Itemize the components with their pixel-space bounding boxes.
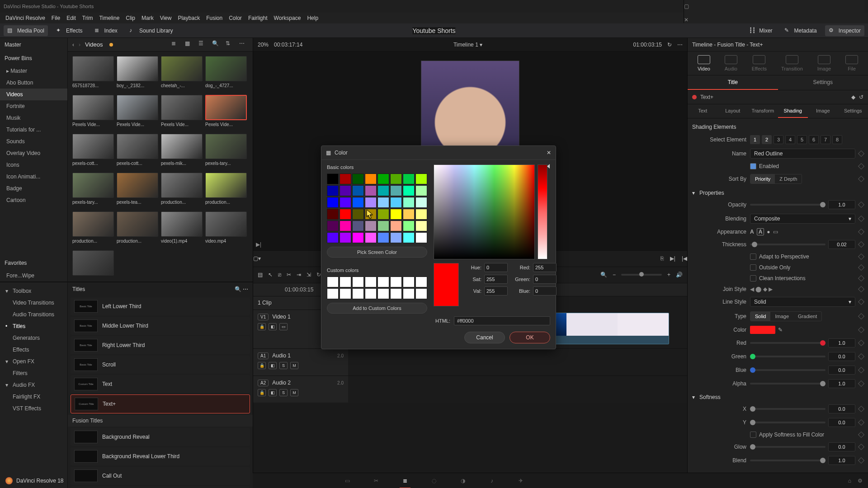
media-clip[interactable]: video(1).mp4 bbox=[161, 211, 203, 248]
prev-edit-icon[interactable]: |◀ bbox=[682, 255, 687, 262]
track-selector-a2[interactable]: A2 bbox=[258, 380, 269, 386]
custom-color-swatch[interactable] bbox=[340, 277, 351, 287]
blue-slider[interactable] bbox=[750, 369, 826, 371]
cancel-button[interactable]: Cancel bbox=[464, 332, 505, 343]
strip-view-icon[interactable]: ☰ bbox=[198, 40, 208, 49]
opacity-slider[interactable] bbox=[750, 204, 826, 206]
metadata-button[interactable]: ✎Metadata bbox=[781, 25, 821, 36]
custom-color-swatch[interactable] bbox=[390, 288, 402, 299]
pill-settings[interactable]: Settings bbox=[838, 104, 868, 118]
replace-icon[interactable]: ↻ bbox=[316, 272, 321, 278]
menu-fairlight[interactable]: Fairlight bbox=[248, 15, 268, 21]
basic-color-swatch[interactable] bbox=[340, 209, 351, 220]
sound-library-button[interactable]: ♪Sound Library bbox=[126, 25, 177, 36]
pill-image[interactable]: Image bbox=[808, 104, 838, 118]
master-bin[interactable]: Master bbox=[0, 38, 67, 52]
element-button[interactable]: 4 bbox=[785, 135, 795, 144]
basic-color-swatch[interactable] bbox=[365, 197, 377, 208]
bin-item[interactable]: Fortnite bbox=[0, 100, 67, 112]
basic-color-swatch[interactable] bbox=[390, 197, 402, 208]
basic-color-swatch[interactable] bbox=[352, 221, 364, 231]
index-button[interactable]: ≣Index bbox=[91, 25, 121, 36]
visible-icon[interactable]: ▭ bbox=[279, 323, 288, 330]
glow-slider[interactable] bbox=[750, 446, 826, 448]
pill-layout[interactable]: Layout bbox=[718, 104, 748, 118]
inspector-tab-file[interactable]: File bbox=[845, 55, 858, 71]
appearance-buttons[interactable]: AA●▭ bbox=[750, 228, 855, 235]
chevron-down-icon[interactable]: ▾ bbox=[692, 394, 697, 400]
basic-color-swatch[interactable] bbox=[403, 221, 415, 231]
keyframe-icon[interactable] bbox=[858, 150, 864, 157]
chevron-down-icon[interactable]: ▾ bbox=[692, 190, 697, 196]
red-input[interactable]: 255 bbox=[533, 263, 557, 272]
step-forward-icon[interactable]: ▶| bbox=[256, 241, 261, 248]
media-clip[interactable] bbox=[72, 250, 114, 282]
fusion-title-preset[interactable]: Background Reveal bbox=[71, 428, 250, 446]
blending-select[interactable]: Composite▾ bbox=[750, 214, 855, 224]
menu-trim[interactable]: Trim bbox=[82, 15, 93, 21]
title-preset[interactable]: Custom TitleText+ bbox=[71, 394, 250, 413]
custom-color-swatch[interactable] bbox=[365, 288, 377, 299]
fx-tree-item[interactable]: •Titles bbox=[0, 320, 67, 332]
loop-icon[interactable]: ↻ bbox=[667, 42, 672, 48]
fx-tree-item[interactable]: Video Transitions bbox=[0, 297, 67, 309]
page-media[interactable]: ▭ bbox=[342, 476, 353, 485]
basic-color-swatch[interactable] bbox=[415, 221, 427, 231]
basic-color-swatch[interactable] bbox=[327, 221, 339, 231]
fx-tree-item[interactable]: Filters bbox=[0, 367, 67, 379]
fusion-title-preset[interactable]: Center Reveal bbox=[71, 486, 250, 488]
blend-slider[interactable] bbox=[750, 460, 826, 461]
basic-color-swatch[interactable] bbox=[365, 221, 377, 231]
track-head-a1[interactable]: A1Audio 12.0 🔒◧SM bbox=[253, 349, 348, 375]
fusion-title-preset[interactable]: Background Reveal Lower Third bbox=[71, 447, 250, 465]
window-max-icon[interactable]: ▢ bbox=[684, 3, 690, 9]
basic-color-swatch[interactable] bbox=[377, 185, 389, 196]
media-clip[interactable]: pexels-cott... bbox=[117, 134, 158, 170]
fusion-title-preset[interactable]: Call Out bbox=[71, 467, 250, 485]
element-name-field[interactable]: Red Outline bbox=[750, 149, 855, 159]
effects-button[interactable]: ✦Effects bbox=[52, 25, 86, 36]
custom-color-swatch[interactable] bbox=[415, 288, 427, 299]
basic-color-swatch[interactable] bbox=[377, 197, 389, 208]
basic-color-swatch[interactable] bbox=[377, 232, 389, 243]
media-clip[interactable]: Pexels Vide... bbox=[72, 95, 114, 131]
hue-slider[interactable] bbox=[538, 164, 547, 259]
softness-y-slider[interactable] bbox=[750, 422, 826, 423]
basic-color-swatch[interactable] bbox=[390, 209, 402, 220]
menu-workspace[interactable]: Workspace bbox=[274, 15, 301, 21]
media-clip[interactable]: pexels-cott... bbox=[72, 134, 114, 170]
inspector-tab-transition[interactable]: Transition bbox=[781, 55, 803, 71]
ok-button[interactable]: OK bbox=[509, 332, 550, 343]
color-swatch[interactable] bbox=[750, 326, 775, 334]
basic-color-swatch[interactable] bbox=[340, 185, 351, 196]
fx-tree-item[interactable]: Audio Transitions bbox=[0, 309, 67, 320]
custom-color-swatch[interactable] bbox=[377, 277, 389, 287]
arm-icon[interactable]: ◧ bbox=[269, 389, 277, 396]
home-icon[interactable]: ⌂ bbox=[848, 478, 851, 484]
menu-mark[interactable]: Mark bbox=[142, 15, 154, 21]
zoom-slider[interactable] bbox=[621, 274, 662, 276]
adapt-checkbox[interactable] bbox=[750, 253, 756, 260]
fx-tree-item[interactable]: ▾Toolbox bbox=[0, 285, 67, 297]
custom-color-swatch[interactable] bbox=[403, 288, 415, 299]
basic-color-swatch[interactable] bbox=[390, 185, 402, 196]
custom-color-swatch[interactable] bbox=[377, 288, 389, 299]
trim-tool-icon[interactable]: ⎚ bbox=[278, 272, 281, 278]
clean-checkbox[interactable] bbox=[750, 275, 756, 282]
bin-item[interactable]: Icon Animati... bbox=[0, 171, 67, 183]
custom-color-swatch[interactable] bbox=[327, 288, 339, 299]
title-preset[interactable]: Custom TitleText bbox=[71, 375, 250, 393]
page-fairlight[interactable]: ♪ bbox=[486, 476, 497, 485]
search-icon[interactable]: 🔍 bbox=[212, 40, 221, 49]
menu-edit[interactable]: Edit bbox=[66, 15, 76, 21]
media-pool-button[interactable]: ▤Media Pool bbox=[4, 25, 48, 36]
viewer-options-icon[interactable]: ⋯ bbox=[677, 42, 683, 48]
media-clip[interactable]: production... bbox=[205, 173, 247, 209]
arm-icon[interactable]: ◧ bbox=[269, 362, 277, 369]
media-clip[interactable]: pexels-mik... bbox=[161, 134, 203, 170]
media-clip[interactable]: Pexels Vide... bbox=[117, 95, 158, 131]
element-button[interactable]: 8 bbox=[832, 135, 842, 144]
bin-item[interactable]: Badge bbox=[0, 183, 67, 194]
element-button[interactable]: 7 bbox=[821, 135, 830, 144]
element-button[interactable]: 6 bbox=[809, 135, 819, 144]
